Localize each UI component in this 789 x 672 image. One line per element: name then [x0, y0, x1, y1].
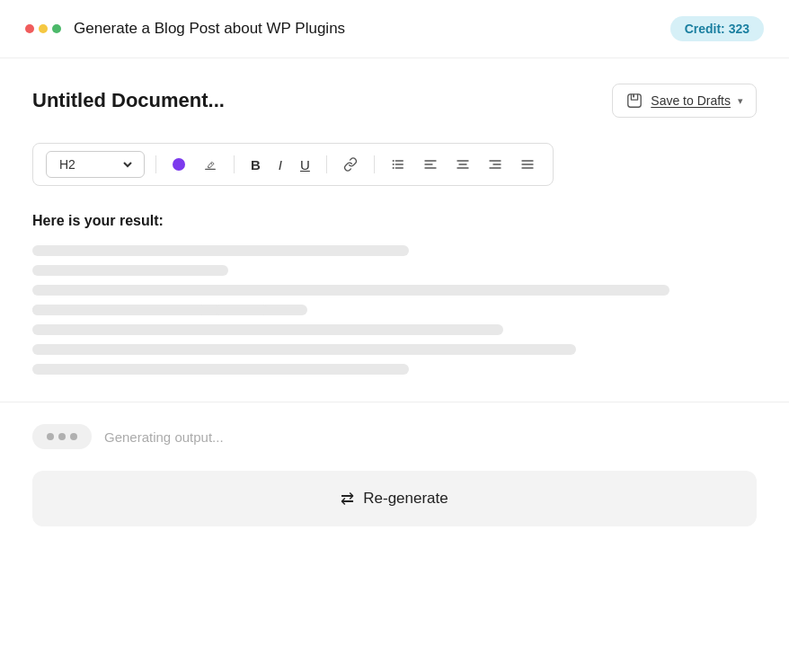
skeleton-line	[32, 265, 228, 276]
save-icon	[625, 92, 643, 110]
save-to-drafts-button[interactable]: Save to Drafts ▾	[612, 84, 757, 118]
svg-rect-1	[633, 94, 634, 98]
skeleton-line	[32, 344, 576, 355]
save-drafts-label: Save to Drafts	[651, 93, 731, 108]
generating-status: Generating output...	[104, 429, 224, 445]
gen-dot-2	[58, 433, 66, 440]
link-btn[interactable]	[338, 154, 363, 175]
color-picker-btn[interactable]	[167, 155, 191, 174]
color-dot	[173, 158, 185, 171]
align-center-btn[interactable]	[450, 154, 475, 175]
window-dots	[25, 24, 61, 33]
gen-dot-1	[47, 433, 54, 440]
highlighter-btn[interactable]	[198, 154, 223, 175]
green-dot	[52, 24, 61, 33]
generating-area: Generating output... ⇄ Re-generate	[0, 402, 789, 552]
svg-point-7	[393, 167, 394, 169]
list-btn[interactable]	[386, 154, 411, 175]
top-bar: Generate a Blog Post about WP Plugins Cr…	[0, 0, 789, 58]
svg-point-6	[393, 164, 394, 165]
yellow-dot	[39, 24, 48, 33]
heading-select-input[interactable]: H2 H1 H3 H4 Paragraph	[56, 156, 135, 172]
toolbar-divider-4	[374, 155, 375, 173]
result-area: Here is your result:	[32, 213, 757, 402]
align-right-btn[interactable]	[483, 154, 508, 175]
document-title: Untitled Document...	[32, 89, 225, 112]
italic-btn[interactable]: I	[273, 154, 288, 176]
red-dot	[25, 24, 34, 33]
chevron-down-icon: ▾	[738, 95, 743, 107]
regenerate-label: Re-generate	[363, 490, 448, 508]
credit-badge: Credit: 323	[670, 16, 764, 41]
skeleton-line	[32, 285, 669, 296]
toolbar-divider-3	[326, 155, 327, 173]
skeleton-line	[32, 324, 503, 335]
generating-dots	[32, 424, 92, 449]
page-title: Generate a Blog Post about WP Plugins	[74, 20, 345, 38]
skeleton-line	[32, 305, 307, 315]
formatting-toolbar: H2 H1 H3 H4 Paragraph B I U	[32, 143, 554, 186]
doc-title-row: Untitled Document... Save to Drafts ▾	[32, 84, 757, 118]
heading-select[interactable]: H2 H1 H3 H4 Paragraph	[46, 151, 145, 178]
justify-btn[interactable]	[515, 154, 540, 175]
gen-dot-3	[70, 433, 77, 440]
regenerate-icon: ⇄	[341, 489, 354, 508]
svg-point-5	[393, 160, 394, 162]
top-bar-left: Generate a Blog Post about WP Plugins	[25, 20, 345, 38]
generating-row: Generating output...	[32, 424, 757, 449]
toolbar-divider-2	[234, 155, 235, 173]
bold-btn[interactable]: B	[245, 154, 266, 176]
skeleton-line	[32, 364, 409, 375]
skeleton-lines	[32, 245, 757, 375]
toolbar-divider-1	[155, 155, 156, 173]
underline-btn[interactable]: U	[295, 154, 315, 176]
skeleton-line	[32, 245, 409, 256]
align-left-btn[interactable]	[418, 154, 443, 175]
result-label: Here is your result:	[32, 213, 757, 229]
main-area: Untitled Document... Save to Drafts ▾ H2…	[0, 58, 789, 402]
regenerate-button[interactable]: ⇄ Re-generate	[32, 471, 757, 526]
